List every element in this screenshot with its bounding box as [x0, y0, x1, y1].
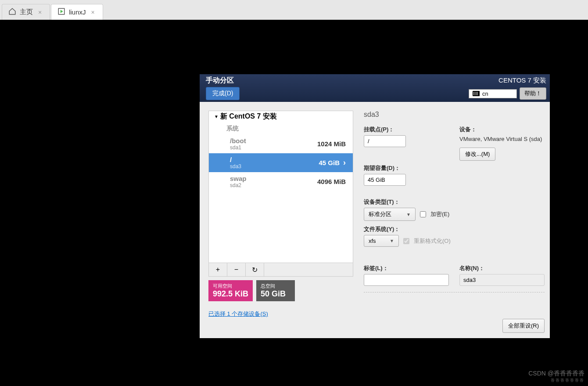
keyboard-lang: cn	[482, 90, 488, 97]
total-space-value: 50 GiB	[261, 289, 290, 299]
chevron-right-icon: ›	[343, 158, 346, 167]
capacity-label: 期望容量(D)：	[364, 164, 449, 172]
tab-home-label: 主页	[20, 8, 33, 16]
available-space-box: 可用空间 992.5 KiB	[208, 280, 253, 301]
fs-label: 文件系统(Y)：	[364, 225, 545, 233]
add-partition-button[interactable]: +	[209, 263, 227, 276]
tag-input[interactable]	[364, 274, 449, 286]
avail-space-value: 992.5 KiB	[213, 289, 248, 299]
partition-mount: /	[230, 156, 241, 163]
keyboard-layout-indicator[interactable]: cn	[469, 89, 517, 98]
svg-marker-1	[61, 10, 63, 13]
reformat-label: 重新格式化(O)	[414, 237, 451, 245]
space-summary: 可用空间 992.5 KiB 总空间 50 GiB	[208, 280, 353, 301]
home-icon	[8, 7, 16, 17]
partition-size: 45 GiB	[319, 159, 340, 166]
partition-mount: swap	[230, 175, 247, 182]
partition-item-swap[interactable]: swap sda2 4096 MiB	[209, 172, 353, 191]
total-space-label: 总空间	[261, 283, 290, 289]
close-icon[interactable]: ×	[36, 9, 43, 16]
partition-device: sda3	[230, 163, 241, 170]
partition-size: 1024 MiB	[317, 140, 346, 148]
chevron-down-icon: ▼	[406, 212, 411, 217]
system-label: 系统	[209, 122, 353, 134]
device-text: VMware, VMware Virtual S (sda)	[459, 135, 545, 143]
devtype-value: 标准分区	[369, 210, 391, 218]
device-label: 设备：	[459, 126, 545, 133]
tab-vm-label: liunxJ	[69, 8, 86, 16]
remove-partition-button[interactable]: −	[227, 263, 246, 276]
installer-window: 手动分区 完成(D) CENTOS 7 安装 cn 帮助！ ▼ 新 CentOS…	[200, 74, 550, 338]
capacity-input[interactable]	[364, 174, 406, 186]
mount-label: 挂载点(P)：	[364, 126, 449, 133]
chevron-down-icon: ▼	[390, 238, 394, 243]
browser-tab-bar: 主页 × liunxJ ×	[0, 0, 588, 20]
watermark: CSDN @香香香香香 香香香香香香香	[528, 370, 584, 383]
modify-device-button[interactable]: 修改...(M)	[459, 148, 495, 161]
help-button[interactable]: 帮助！	[520, 87, 546, 100]
tag-label: 标签(L)：	[364, 264, 449, 272]
partition-device: sda2	[230, 182, 247, 188]
detail-title: sda3	[364, 111, 545, 119]
keyboard-icon	[473, 91, 480, 96]
installer-header: 手动分区 完成(D) CENTOS 7 安装 cn 帮助！	[200, 74, 550, 102]
fs-select[interactable]: xfs ▼	[364, 235, 399, 247]
installer-title: CENTOS 7 安装	[498, 76, 546, 85]
partition-list-box: ▼ 新 CentOS 7 安装 系统 /boot sda1 1024 MiB	[208, 111, 353, 277]
name-input	[459, 274, 545, 286]
tab-home[interactable]: 主页 ×	[2, 4, 50, 20]
encrypt-checkbox[interactable]	[420, 211, 426, 217]
install-heading[interactable]: ▼ 新 CentOS 7 安装	[209, 111, 353, 122]
partition-size: 4096 MiB	[317, 178, 346, 185]
partition-item-boot[interactable]: /boot sda1 1024 MiB	[209, 134, 353, 153]
mount-input[interactable]	[364, 135, 406, 147]
partition-left-panel: ▼ 新 CentOS 7 安装 系统 /boot sda1 1024 MiB	[200, 102, 353, 338]
partition-detail-panel: sda3 挂载点(P)： 设备： VMware, VMware Virtual …	[353, 102, 550, 338]
header-title: 手动分区	[206, 76, 240, 85]
vm-icon	[57, 7, 65, 17]
storage-devices-link[interactable]: 已选择 1 个存储设备(S)	[208, 310, 353, 318]
reload-button[interactable]: ↻	[246, 263, 264, 276]
name-label: 名称(N)：	[459, 264, 545, 272]
partition-device: sda1	[230, 144, 246, 151]
separator	[364, 292, 545, 292]
reformat-checkbox	[403, 238, 409, 244]
total-space-box: 总空间 50 GiB	[256, 280, 295, 301]
tab-vm[interactable]: liunxJ ×	[51, 4, 103, 20]
encrypt-label: 加密(E)	[430, 210, 449, 218]
reset-all-button[interactable]: 全部重设(R)	[502, 319, 545, 333]
done-button[interactable]: 完成(D)	[206, 87, 240, 100]
fs-value: xfs	[369, 238, 376, 244]
devtype-label: 设备类型(T)：	[364, 198, 545, 206]
partition-mount: /boot	[230, 137, 246, 144]
partition-item-root[interactable]: / sda3 45 GiB ›	[209, 153, 353, 172]
close-icon[interactable]: ×	[90, 9, 97, 16]
collapse-triangle-icon: ▼	[214, 114, 219, 119]
avail-space-label: 可用空间	[213, 283, 248, 289]
partition-toolbar: + − ↻	[209, 263, 353, 276]
devtype-select[interactable]: 标准分区 ▼	[364, 208, 416, 221]
